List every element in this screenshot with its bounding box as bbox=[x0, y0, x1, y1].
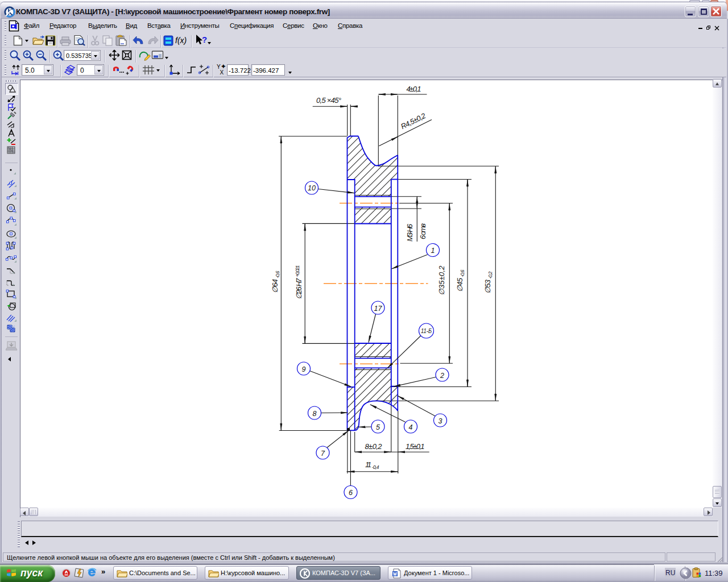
svg-text:R4,5±0,2: R4,5±0,2 bbox=[399, 111, 427, 131]
svg-text:3: 3 bbox=[439, 417, 442, 425]
svg-text:17: 17 bbox=[374, 305, 383, 313]
svg-text:7: 7 bbox=[321, 450, 325, 458]
svg-text:-0,6: -0,6 bbox=[275, 271, 280, 278]
svg-text:1,5±0,1: 1,5±0,1 bbox=[406, 442, 425, 451]
svg-text:-0,6: -0,6 bbox=[460, 270, 465, 277]
svg-text:6: 6 bbox=[349, 489, 353, 497]
svg-text:∅53: ∅53 bbox=[483, 279, 492, 293]
svg-text:9: 9 bbox=[302, 365, 306, 373]
svg-text:∅26 H7: ∅26 H7 bbox=[295, 278, 303, 300]
svg-text:-0,2: -0,2 bbox=[487, 272, 493, 279]
svg-text:1: 1 bbox=[431, 247, 435, 255]
svg-text:-0,4: -0,4 bbox=[372, 464, 379, 470]
svg-text:8: 8 bbox=[313, 410, 317, 418]
svg-text:5: 5 bbox=[376, 423, 380, 431]
svg-text:4±0,1: 4±0,1 bbox=[407, 85, 421, 93]
svg-text:4: 4 bbox=[409, 423, 413, 431]
svg-text:6 отв: 6 отв bbox=[419, 223, 427, 239]
svg-text:∅64: ∅64 bbox=[271, 279, 279, 293]
svg-text:∅45: ∅45 bbox=[456, 277, 464, 292]
svg-text:8±0,2: 8±0,2 bbox=[365, 442, 383, 451]
svg-text:∅35±0,2: ∅35±0,2 bbox=[437, 265, 446, 296]
svg-text:2: 2 bbox=[440, 372, 444, 380]
svg-text:10: 10 bbox=[308, 184, 316, 192]
svg-text:?: ? bbox=[202, 35, 207, 44]
svg-text:11: 11 bbox=[365, 460, 371, 469]
svg-text:11-Б: 11-Б bbox=[421, 327, 432, 334]
svg-text:+0,021: +0,021 bbox=[295, 265, 300, 277]
svg-text:М3-Н6: М3-Н6 bbox=[406, 223, 414, 242]
svg-text:0,5 ×45°: 0,5 ×45° bbox=[316, 96, 341, 105]
